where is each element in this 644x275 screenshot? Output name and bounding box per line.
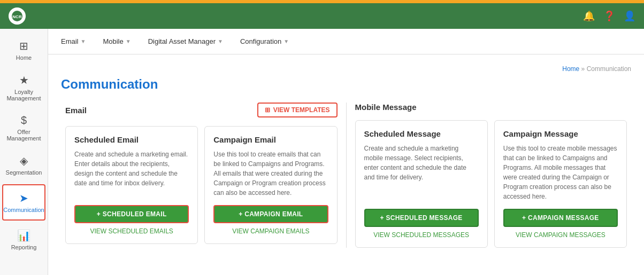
main-content: Email ▼ Mobile ▼ Digital Asset Manager ▼…: [48, 29, 644, 275]
email-section: Email ⊞ VIEW TEMPLATES Scheduled Email C…: [61, 103, 342, 248]
svg-text:NCR: NCR: [12, 14, 22, 19]
help-icon[interactable]: ❓: [603, 10, 615, 22]
add-campaign-email-button[interactable]: + CAMPAIGN EMAIL: [213, 205, 328, 223]
offer-icon: $: [21, 114, 27, 127]
chevron-down-icon: ▼: [126, 38, 131, 44]
breadcrumb: Home » Communication: [61, 65, 631, 73]
communication-icon: ➤: [19, 192, 28, 205]
breadcrumb-current: Communication: [587, 65, 631, 73]
sidebar-item-label: Reporting: [11, 244, 37, 250]
add-scheduled-message-button[interactable]: + SCHEDULED MESSAGE: [364, 209, 479, 227]
campaign-email-title: Campaign Email: [213, 135, 328, 144]
mobile-section: Mobile Message Scheduled Message Create …: [351, 103, 632, 248]
campaign-message-desc: Use this tool to create mobile messages …: [503, 144, 618, 201]
page-title: Communication: [61, 77, 631, 92]
sidebar-item-label: Communication: [3, 207, 44, 213]
mobile-cards: Scheduled Message Create and schedule a …: [355, 120, 627, 248]
add-scheduled-email-button[interactable]: + SCHEDULED EMAIL: [74, 205, 189, 223]
scheduled-email-card: Scheduled Email Create and schedule a ma…: [65, 126, 198, 244]
sections: Email ⊞ VIEW TEMPLATES Scheduled Email C…: [61, 103, 631, 248]
sidebar: ⊞ Home ★ Loyalty Management $ Offer Mana…: [0, 29, 48, 275]
scheduled-message-title: Scheduled Message: [364, 129, 479, 138]
chevron-down-icon: ▼: [218, 38, 223, 44]
nav-bar: Email ▼ Mobile ▼ Digital Asset Manager ▼…: [48, 29, 644, 54]
reporting-icon: 📊: [17, 229, 30, 242]
sidebar-item-label: Offer Management: [2, 129, 45, 142]
app-body: ⊞ Home ★ Loyalty Management $ Offer Mana…: [0, 29, 644, 275]
nav-item-configuration[interactable]: Configuration ▼: [240, 31, 289, 52]
user-icon[interactable]: 👤: [624, 10, 635, 22]
campaign-message-card: Campaign Message Use this tool to create…: [494, 120, 627, 248]
scheduled-message-card: Scheduled Message Create and schedule a …: [355, 120, 488, 248]
email-cards: Scheduled Email Create and schedule a ma…: [65, 126, 338, 244]
view-templates-button[interactable]: ⊞ VIEW TEMPLATES: [257, 103, 338, 117]
mobile-section-header: Mobile Message: [355, 103, 627, 114]
sidebar-item-label: Segmentation: [6, 169, 42, 176]
sidebar-item-offer[interactable]: $ Offer Management: [0, 108, 48, 148]
view-campaign-messages-link[interactable]: VIEW CAMPAIGN MESSAGES: [503, 231, 618, 239]
scheduled-email-title: Scheduled Email: [74, 135, 189, 144]
campaign-email-card: Campaign Email Use this tool to create e…: [204, 126, 337, 244]
header-icons: 🔔 ❓ 👤: [583, 10, 635, 22]
header-logo: NCR: [9, 7, 26, 25]
sidebar-item-communication[interactable]: ➤ Communication: [2, 184, 45, 221]
chevron-down-icon: ▼: [81, 38, 86, 44]
grid-icon: ⊞: [265, 106, 270, 114]
nav-item-email[interactable]: Email ▼: [61, 31, 86, 52]
loyalty-icon: ★: [19, 74, 29, 87]
email-section-header: Email ⊞ VIEW TEMPLATES: [65, 103, 338, 120]
scheduled-email-desc: Create and schedule a marketing email. E…: [74, 150, 189, 198]
sidebar-item-label: Loyalty Management: [2, 89, 45, 101]
breadcrumb-home[interactable]: Home: [562, 65, 579, 73]
mobile-section-title: Mobile Message: [355, 103, 417, 112]
sidebar-item-reporting[interactable]: 📊 Reporting: [0, 223, 48, 257]
email-section-title: Email: [65, 106, 87, 115]
logo-icon: NCR: [9, 7, 26, 25]
scheduled-message-desc: Create and schedule a marketing mobile m…: [364, 144, 479, 201]
segmentation-icon: ◈: [20, 154, 28, 167]
chevron-down-icon: ▼: [283, 38, 289, 44]
add-campaign-message-button[interactable]: + CAMPAIGN MESSAGE: [503, 209, 618, 227]
header: NCR 🔔 ❓ 👤: [0, 3, 644, 29]
page-content: Home » Communication Communication Email…: [48, 54, 644, 258]
nav-item-mobile[interactable]: Mobile ▼: [103, 31, 131, 52]
section-divider: [346, 103, 347, 248]
sidebar-item-label: Home: [16, 54, 32, 61]
breadcrumb-separator: »: [581, 65, 585, 73]
nav-item-digital-asset[interactable]: Digital Asset Manager ▼: [148, 31, 223, 52]
campaign-message-title: Campaign Message: [503, 129, 618, 138]
sidebar-item-home[interactable]: ⊞ Home: [0, 33, 48, 67]
view-scheduled-emails-link[interactable]: VIEW SCHEDULED EMAILS: [74, 227, 189, 235]
view-campaign-emails-link[interactable]: VIEW CAMPAIGN EMAILS: [213, 227, 328, 235]
bell-icon[interactable]: 🔔: [583, 10, 595, 22]
campaign-email-desc: Use this tool to create emails that can …: [213, 150, 328, 198]
home-icon: ⊞: [19, 40, 28, 52]
sidebar-item-loyalty[interactable]: ★ Loyalty Management: [0, 67, 48, 108]
view-scheduled-messages-link[interactable]: VIEW SCHEDULED MESSAGES: [364, 231, 479, 239]
sidebar-item-segmentation[interactable]: ◈ Segmentation: [0, 148, 48, 182]
